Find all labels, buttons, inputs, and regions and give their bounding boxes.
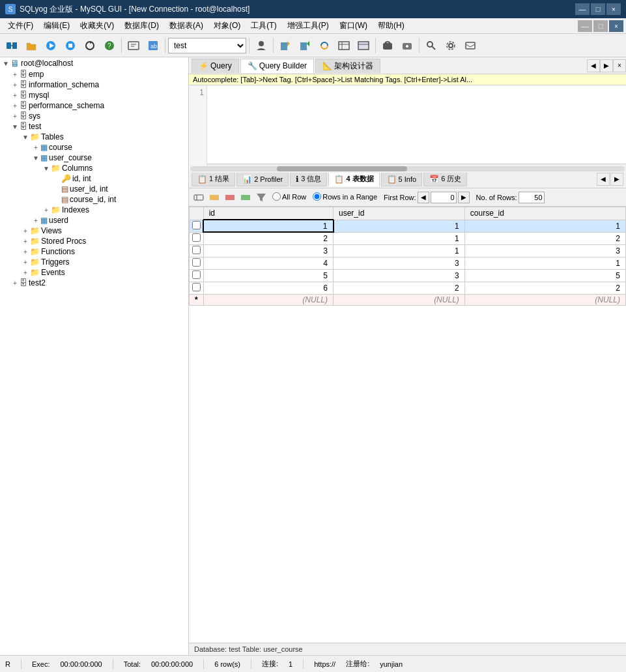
tree-db-information-schema[interactable]: + 🗄 information_schema [0,80,188,90]
tree-tables-folder[interactable]: ▼ 📁 Tables [0,132,188,142]
events-expand[interactable]: + [21,268,30,277]
data-toolbar-filter[interactable] [254,191,268,204]
toolbar-btn-6[interactable]: ab [144,37,162,55]
data-toolbar-first[interactable] [192,191,206,204]
tree-triggers-folder[interactable]: + 📁 Triggers [0,257,188,267]
sys-expand[interactable]: + [10,111,20,121]
menu-table[interactable]: 数据表(A) [164,19,208,33]
row1-checkbox[interactable] [192,221,201,229]
row6-checkbox-cell[interactable] [190,282,204,294]
emp-expand[interactable]: + [10,70,20,79]
row3-course-id[interactable]: 3 [464,244,625,257]
indexes-expand[interactable]: + [42,205,51,214]
tree-db-performance-schema[interactable]: + 🗄 performance_schema [0,100,188,111]
tree-root[interactable]: ▼ 🖥 root@localhost [0,57,188,69]
menu-edit[interactable]: 编辑(E) [38,19,75,33]
result-tab-2[interactable]: 📊 2 Profiler [236,172,289,186]
result-tab-nav-right[interactable]: ▶ [610,173,623,186]
row6-checkbox[interactable] [192,283,201,291]
minimize-button[interactable]: — [575,3,590,15]
row3-checkbox-cell[interactable] [190,244,204,257]
database-dropdown[interactable]: test [168,38,246,53]
null-row-id[interactable]: (NULL) [203,294,333,305]
views-expand[interactable]: + [21,226,30,235]
tree-col-id[interactable]: 🔑 id, int [0,173,188,184]
row2-course-id[interactable]: 2 [464,232,625,244]
tab-nav-right[interactable]: ▶ [600,59,613,72]
result-tab-nav-left[interactable]: ◀ [597,173,610,186]
menu-tools[interactable]: 工具(T) [246,19,281,33]
test-expand[interactable]: ▼ [10,122,20,131]
triggers-expand[interactable]: + [21,257,30,267]
menu-help[interactable]: 帮助(H) [373,19,410,33]
perf-expand[interactable]: + [10,101,20,110]
tree-views-folder[interactable]: + 📁 Views [0,226,188,236]
menu-enhance[interactable]: 增强工具(P) [282,19,334,33]
menu-object[interactable]: 对象(O) [208,19,246,33]
row2-checkbox[interactable] [192,233,201,242]
all-row-radio[interactable] [272,192,281,201]
close-button[interactable]: × [606,3,621,15]
editor-scrollbar[interactable] [189,164,626,173]
toolbar-table2[interactable] [354,37,373,55]
row1-user-id[interactable]: 1 [334,220,465,232]
row5-course-id[interactable]: 5 [464,269,625,282]
row1-id[interactable]: 1 [203,220,333,232]
row3-user-id[interactable]: 1 [334,244,465,257]
row-nav-left[interactable]: ◀ [418,192,429,203]
result-tab-4[interactable]: 📋 4 表数据 [328,172,379,186]
tab-query[interactable]: ⚡ Query [192,59,239,73]
row3-checkbox[interactable] [192,246,201,254]
tab-nav-left[interactable]: ◀ [587,59,600,72]
row2-user-id[interactable]: 1 [334,232,465,244]
row3-id[interactable]: 3 [203,244,333,257]
tree-db-mysql[interactable]: + 🗄 mysql [0,90,188,100]
info-schema-expand[interactable]: + [10,80,20,89]
query-editor[interactable]: 1 [189,85,626,170]
mysql-expand[interactable]: + [10,91,20,100]
data-toolbar-next[interactable] [223,191,237,204]
row1-checkbox-cell[interactable] [190,220,204,232]
tree-indexes-folder[interactable]: + 📁 Indexes [0,205,188,215]
tree-col-user-id[interactable]: ▤ user_id, int [0,184,188,194]
row6-id[interactable]: 6 [203,282,333,294]
col-header-id[interactable]: id [203,207,333,220]
toolbar-import[interactable] [276,37,294,55]
userd-expand[interactable]: + [31,216,40,225]
null-row-course-id[interactable]: (NULL) [464,294,625,305]
tree-db-test2[interactable]: + 🗄 test2 [0,278,188,288]
toolbar-stop[interactable] [61,37,79,55]
row5-checkbox[interactable] [192,270,201,279]
root-expand[interactable]: ▼ [1,59,10,68]
row6-user-id[interactable]: 2 [334,282,465,294]
editor-content[interactable] [208,85,626,164]
tab-schema-designer[interactable]: 📐 架构设计器 [315,59,380,73]
first-row-input[interactable] [431,192,457,203]
row4-id[interactable]: 4 [203,257,333,269]
columns-expand[interactable]: ▼ [42,164,51,173]
sub-minimize-button[interactable]: — [578,20,592,32]
toolbar-user[interactable] [252,37,270,55]
row2-checkbox-cell[interactable] [190,232,204,244]
tab-close[interactable]: × [613,59,626,72]
toolbar-sync[interactable] [315,37,334,55]
menu-window[interactable]: 窗口(W) [334,19,373,33]
no-of-rows-input[interactable] [519,192,545,203]
sub-close-button[interactable]: × [609,20,623,32]
toolbar-table[interactable] [335,37,353,55]
h-scrollbar-thumb[interactable] [277,166,407,171]
data-toolbar-prev[interactable] [207,191,221,204]
row1-course-id[interactable]: 1 [464,220,625,232]
row4-checkbox[interactable] [192,258,201,267]
result-tab-1[interactable]: 📋 1 结果 [192,172,235,186]
tree-table-user-course[interactable]: ▼ ▦ user_course [0,153,188,163]
tree-table-course[interactable]: + ▦ course [0,142,188,153]
tables-expand[interactable]: ▼ [21,132,30,141]
toolbar-open[interactable] [22,37,40,55]
toolbar-new-connection[interactable] [3,37,21,55]
test2-expand[interactable]: + [10,278,20,287]
row-nav-right[interactable]: ▶ [458,192,470,203]
toolbar-refresh[interactable] [81,37,99,55]
row5-checkbox-cell[interactable] [190,269,204,282]
result-tab-6[interactable]: 📅 6 历史 [423,172,467,186]
